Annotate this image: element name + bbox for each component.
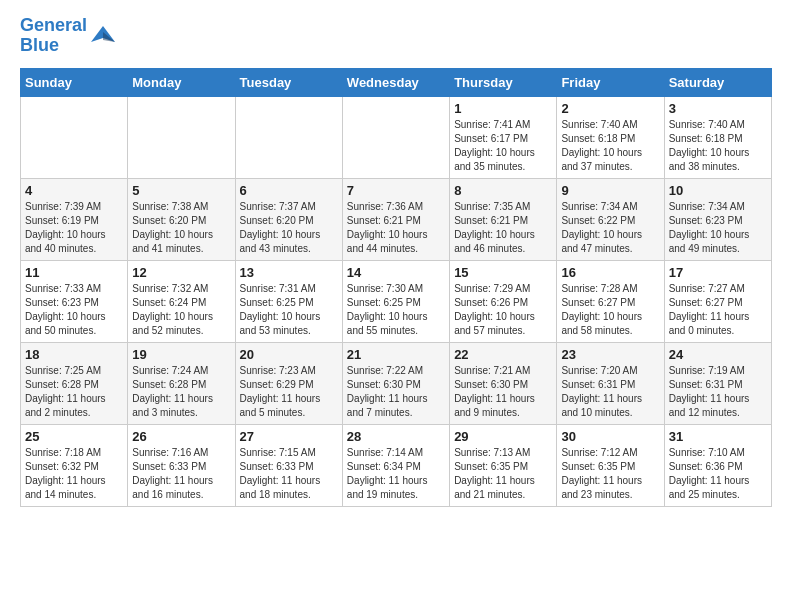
- day-content: Sunrise: 7:30 AM Sunset: 6:25 PM Dayligh…: [347, 282, 445, 338]
- day-content: Sunrise: 7:27 AM Sunset: 6:27 PM Dayligh…: [669, 282, 767, 338]
- calendar-week-4: 18Sunrise: 7:25 AM Sunset: 6:28 PM Dayli…: [21, 342, 772, 424]
- page: General Blue SundayMondayTuesdayWednesda…: [0, 0, 792, 523]
- day-number: 23: [561, 347, 659, 362]
- day-number: 12: [132, 265, 230, 280]
- calendar-cell: 20Sunrise: 7:23 AM Sunset: 6:29 PM Dayli…: [235, 342, 342, 424]
- day-content: Sunrise: 7:25 AM Sunset: 6:28 PM Dayligh…: [25, 364, 123, 420]
- day-number: 27: [240, 429, 338, 444]
- day-number: 3: [669, 101, 767, 116]
- day-content: Sunrise: 7:20 AM Sunset: 6:31 PM Dayligh…: [561, 364, 659, 420]
- day-number: 24: [669, 347, 767, 362]
- calendar-cell: 10Sunrise: 7:34 AM Sunset: 6:23 PM Dayli…: [664, 178, 771, 260]
- calendar-cell: 4Sunrise: 7:39 AM Sunset: 6:19 PM Daylig…: [21, 178, 128, 260]
- day-content: Sunrise: 7:34 AM Sunset: 6:23 PM Dayligh…: [669, 200, 767, 256]
- calendar-cell: 1Sunrise: 7:41 AM Sunset: 6:17 PM Daylig…: [450, 96, 557, 178]
- day-number: 29: [454, 429, 552, 444]
- calendar-cell: 26Sunrise: 7:16 AM Sunset: 6:33 PM Dayli…: [128, 424, 235, 506]
- day-content: Sunrise: 7:40 AM Sunset: 6:18 PM Dayligh…: [561, 118, 659, 174]
- calendar-week-3: 11Sunrise: 7:33 AM Sunset: 6:23 PM Dayli…: [21, 260, 772, 342]
- calendar-cell: 31Sunrise: 7:10 AM Sunset: 6:36 PM Dayli…: [664, 424, 771, 506]
- weekday-header-row: SundayMondayTuesdayWednesdayThursdayFrid…: [21, 68, 772, 96]
- day-number: 26: [132, 429, 230, 444]
- day-content: Sunrise: 7:15 AM Sunset: 6:33 PM Dayligh…: [240, 446, 338, 502]
- day-number: 28: [347, 429, 445, 444]
- weekday-header-tuesday: Tuesday: [235, 68, 342, 96]
- calendar-cell: 2Sunrise: 7:40 AM Sunset: 6:18 PM Daylig…: [557, 96, 664, 178]
- day-content: Sunrise: 7:33 AM Sunset: 6:23 PM Dayligh…: [25, 282, 123, 338]
- day-number: 30: [561, 429, 659, 444]
- calendar-cell: 14Sunrise: 7:30 AM Sunset: 6:25 PM Dayli…: [342, 260, 449, 342]
- day-number: 20: [240, 347, 338, 362]
- calendar-cell: 22Sunrise: 7:21 AM Sunset: 6:30 PM Dayli…: [450, 342, 557, 424]
- calendar-cell: 8Sunrise: 7:35 AM Sunset: 6:21 PM Daylig…: [450, 178, 557, 260]
- calendar-cell: 21Sunrise: 7:22 AM Sunset: 6:30 PM Dayli…: [342, 342, 449, 424]
- day-number: 31: [669, 429, 767, 444]
- day-content: Sunrise: 7:18 AM Sunset: 6:32 PM Dayligh…: [25, 446, 123, 502]
- weekday-header-friday: Friday: [557, 68, 664, 96]
- day-number: 8: [454, 183, 552, 198]
- logo-icon: [89, 22, 117, 50]
- day-number: 13: [240, 265, 338, 280]
- day-number: 4: [25, 183, 123, 198]
- header: General Blue: [20, 16, 772, 56]
- day-number: 7: [347, 183, 445, 198]
- day-number: 5: [132, 183, 230, 198]
- calendar-cell: 5Sunrise: 7:38 AM Sunset: 6:20 PM Daylig…: [128, 178, 235, 260]
- day-content: Sunrise: 7:34 AM Sunset: 6:22 PM Dayligh…: [561, 200, 659, 256]
- calendar-cell: [342, 96, 449, 178]
- day-number: 17: [669, 265, 767, 280]
- day-number: 18: [25, 347, 123, 362]
- calendar-cell: [235, 96, 342, 178]
- weekday-header-sunday: Sunday: [21, 68, 128, 96]
- day-content: Sunrise: 7:35 AM Sunset: 6:21 PM Dayligh…: [454, 200, 552, 256]
- day-content: Sunrise: 7:39 AM Sunset: 6:19 PM Dayligh…: [25, 200, 123, 256]
- day-content: Sunrise: 7:23 AM Sunset: 6:29 PM Dayligh…: [240, 364, 338, 420]
- day-content: Sunrise: 7:22 AM Sunset: 6:30 PM Dayligh…: [347, 364, 445, 420]
- logo: General Blue: [20, 16, 117, 56]
- day-content: Sunrise: 7:13 AM Sunset: 6:35 PM Dayligh…: [454, 446, 552, 502]
- calendar-week-5: 25Sunrise: 7:18 AM Sunset: 6:32 PM Dayli…: [21, 424, 772, 506]
- day-number: 21: [347, 347, 445, 362]
- day-content: Sunrise: 7:12 AM Sunset: 6:35 PM Dayligh…: [561, 446, 659, 502]
- weekday-header-saturday: Saturday: [664, 68, 771, 96]
- day-content: Sunrise: 7:31 AM Sunset: 6:25 PM Dayligh…: [240, 282, 338, 338]
- logo-blue: Blue: [20, 35, 59, 55]
- day-content: Sunrise: 7:32 AM Sunset: 6:24 PM Dayligh…: [132, 282, 230, 338]
- calendar-cell: 3Sunrise: 7:40 AM Sunset: 6:18 PM Daylig…: [664, 96, 771, 178]
- day-content: Sunrise: 7:36 AM Sunset: 6:21 PM Dayligh…: [347, 200, 445, 256]
- calendar-cell: [21, 96, 128, 178]
- calendar-cell: 7Sunrise: 7:36 AM Sunset: 6:21 PM Daylig…: [342, 178, 449, 260]
- logo-general: General: [20, 15, 87, 35]
- day-number: 10: [669, 183, 767, 198]
- day-number: 16: [561, 265, 659, 280]
- calendar-cell: 16Sunrise: 7:28 AM Sunset: 6:27 PM Dayli…: [557, 260, 664, 342]
- day-content: Sunrise: 7:10 AM Sunset: 6:36 PM Dayligh…: [669, 446, 767, 502]
- day-number: 1: [454, 101, 552, 116]
- weekday-header-monday: Monday: [128, 68, 235, 96]
- calendar-cell: 17Sunrise: 7:27 AM Sunset: 6:27 PM Dayli…: [664, 260, 771, 342]
- day-content: Sunrise: 7:24 AM Sunset: 6:28 PM Dayligh…: [132, 364, 230, 420]
- calendar-cell: 19Sunrise: 7:24 AM Sunset: 6:28 PM Dayli…: [128, 342, 235, 424]
- calendar-cell: 6Sunrise: 7:37 AM Sunset: 6:20 PM Daylig…: [235, 178, 342, 260]
- day-content: Sunrise: 7:41 AM Sunset: 6:17 PM Dayligh…: [454, 118, 552, 174]
- calendar-table: SundayMondayTuesdayWednesdayThursdayFrid…: [20, 68, 772, 507]
- calendar-cell: 12Sunrise: 7:32 AM Sunset: 6:24 PM Dayli…: [128, 260, 235, 342]
- calendar-cell: 18Sunrise: 7:25 AM Sunset: 6:28 PM Dayli…: [21, 342, 128, 424]
- day-content: Sunrise: 7:16 AM Sunset: 6:33 PM Dayligh…: [132, 446, 230, 502]
- day-content: Sunrise: 7:40 AM Sunset: 6:18 PM Dayligh…: [669, 118, 767, 174]
- weekday-header-wednesday: Wednesday: [342, 68, 449, 96]
- logo-text: General Blue: [20, 16, 87, 56]
- day-number: 11: [25, 265, 123, 280]
- day-content: Sunrise: 7:28 AM Sunset: 6:27 PM Dayligh…: [561, 282, 659, 338]
- day-number: 9: [561, 183, 659, 198]
- calendar-cell: 29Sunrise: 7:13 AM Sunset: 6:35 PM Dayli…: [450, 424, 557, 506]
- calendar-cell: 25Sunrise: 7:18 AM Sunset: 6:32 PM Dayli…: [21, 424, 128, 506]
- calendar-week-2: 4Sunrise: 7:39 AM Sunset: 6:19 PM Daylig…: [21, 178, 772, 260]
- day-content: Sunrise: 7:19 AM Sunset: 6:31 PM Dayligh…: [669, 364, 767, 420]
- calendar-cell: 28Sunrise: 7:14 AM Sunset: 6:34 PM Dayli…: [342, 424, 449, 506]
- calendar-cell: 27Sunrise: 7:15 AM Sunset: 6:33 PM Dayli…: [235, 424, 342, 506]
- day-number: 22: [454, 347, 552, 362]
- day-number: 6: [240, 183, 338, 198]
- calendar-cell: 23Sunrise: 7:20 AM Sunset: 6:31 PM Dayli…: [557, 342, 664, 424]
- day-number: 19: [132, 347, 230, 362]
